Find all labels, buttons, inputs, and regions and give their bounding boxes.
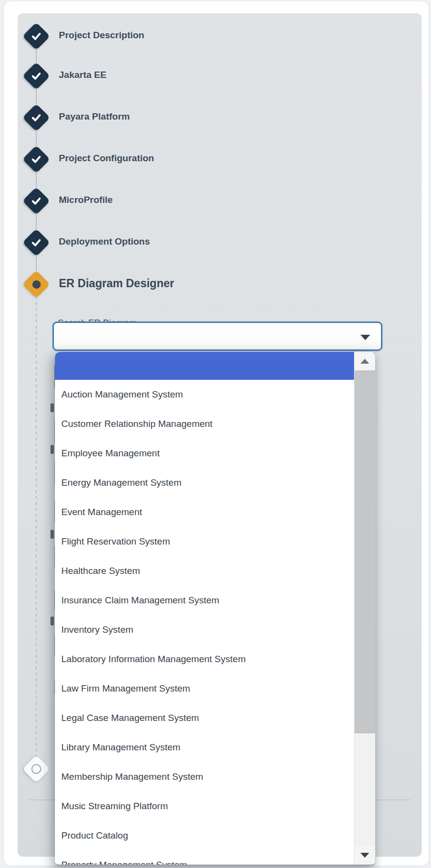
dropdown-option[interactable]: Product Catalog	[55, 821, 355, 850]
check-icon	[25, 106, 48, 129]
step-label: Deployment Options	[59, 236, 150, 247]
check-icon	[25, 148, 48, 171]
dropdown-option[interactable]: Laboratory Information Management System	[55, 645, 355, 674]
scrollbar-thumb[interactable]	[355, 371, 375, 733]
scrollbar-down-button[interactable]	[355, 846, 375, 865]
step-label: MicroProfile	[59, 195, 113, 205]
dropdown-option[interactable]: Library Management System	[55, 733, 355, 762]
er-diagram-select[interactable]	[52, 322, 382, 351]
chevron-down-icon	[360, 335, 370, 340]
page-background: Project Description Jakarta EE Payara Pl…	[0, 0, 431, 868]
er-diagram-dropdown: Auction Management SystemCustomer Relati…	[55, 352, 376, 866]
obscured-label-fragment	[51, 530, 54, 539]
upcoming-step-icon	[25, 758, 48, 780]
dropdown-option[interactable]: Inventory System	[55, 615, 355, 645]
dropdown-option[interactable]: Membership Management System	[55, 762, 355, 792]
step-label: Payara Platform	[59, 111, 130, 122]
dropdown-option[interactable]: Employee Management	[55, 439, 355, 468]
dropdown-option[interactable]: Property Management System	[55, 850, 355, 866]
dropdown-scrollbar[interactable]	[354, 352, 375, 865]
arrow-up-icon	[360, 359, 369, 364]
step-label: Jakarta EE	[59, 70, 106, 80]
check-icon	[25, 65, 48, 87]
dropdown-option[interactable]: Legal Case Management System	[55, 703, 355, 733]
obscured-label-fragment	[51, 403, 54, 412]
check-icon	[25, 190, 48, 212]
dropdown-option[interactable]: Healthcare System	[55, 556, 355, 586]
dropdown-option[interactable]: Auction Management System	[55, 380, 355, 409]
step-label: ER Diagram Designer	[59, 277, 174, 290]
check-icon	[25, 231, 48, 254]
arrow-down-icon	[360, 853, 369, 858]
dropdown-option[interactable]: Insurance Claim Management System	[55, 586, 355, 615]
dropdown-option-selected-empty[interactable]	[55, 352, 355, 380]
current-step-icon	[25, 273, 48, 296]
obscured-label-fragment	[51, 445, 54, 454]
scrollbar-up-button[interactable]	[355, 352, 375, 371]
dropdown-option[interactable]: Energy Management System	[55, 468, 355, 497]
step-label: Project Description	[59, 30, 144, 41]
stepper-connector-dashed	[36, 296, 37, 769]
dropdown-option[interactable]: Law Firm Management System	[55, 674, 355, 703]
dropdown-option[interactable]: Music Streaming Platform	[55, 792, 355, 821]
dropdown-option-list: Auction Management SystemCustomer Relati…	[55, 352, 355, 865]
dropdown-option[interactable]: Flight Reservation System	[55, 527, 355, 556]
dropdown-option[interactable]: Customer Relationship Management	[55, 409, 355, 439]
check-icon	[25, 25, 48, 48]
obscured-label-fragment	[51, 617, 54, 625]
dropdown-option[interactable]: Event Management	[55, 497, 355, 527]
step-label: Project Configuration	[59, 153, 154, 164]
